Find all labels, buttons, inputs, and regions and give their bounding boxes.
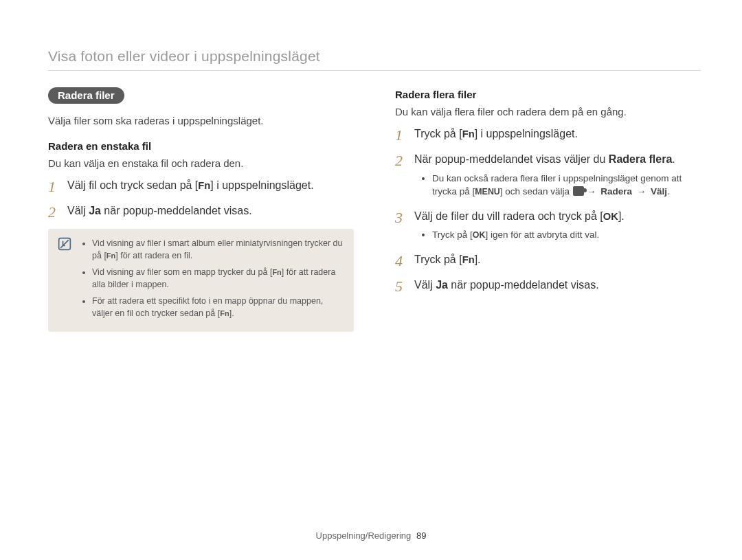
sub-bullet-list: Tryck på [OK] igen för att avbryta ditt … <box>418 228 701 242</box>
left-column: Radera filer Välja filer som ska raderas… <box>48 87 354 332</box>
fn-key: Fn <box>220 309 229 317</box>
right-column: Radera flera filer Du kan välja flera fi… <box>395 87 701 332</box>
step-item: Tryck på [Fn]. <box>395 251 701 267</box>
note-text: ] för att radera en fil. <box>115 251 192 260</box>
arrow-icon: → <box>635 186 649 197</box>
note-text: För att radera ett specifikt foto i en m… <box>92 296 323 318</box>
step-text: Tryck på [ <box>414 254 462 265</box>
sub-bold: Radera <box>598 186 634 197</box>
step-text: när popup-meddelandet visas. <box>448 279 599 291</box>
step-text: Tryck på [ <box>414 128 462 139</box>
note-list: Vid visning av filer i smart album eller… <box>80 237 344 324</box>
step-text: ]. <box>475 254 481 265</box>
fn-key: Fn <box>462 254 475 265</box>
fn-key: Fn <box>462 128 475 139</box>
page-title: Visa foton eller videor i uppspelningslä… <box>48 48 701 65</box>
arrow-icon: → <box>585 186 598 197</box>
svg-line-1 <box>60 240 69 248</box>
step-text: ]. <box>618 210 625 222</box>
page-footer: Uppspelning/Redigering 89 <box>0 530 742 541</box>
info-box-icon <box>58 237 71 251</box>
ok-key: OK <box>603 211 618 222</box>
step-bold: Ja <box>436 279 448 291</box>
note-item: Vid visning av filer som en mapp trycker… <box>92 266 344 291</box>
step-text: När popup-meddelandet visas väljer du <box>414 153 609 165</box>
note-item: För att radera ett specifikt foto i en m… <box>92 295 344 320</box>
header-rule <box>48 70 701 71</box>
sub-heading: Radera en enstaka fil <box>48 140 354 152</box>
ok-key: OK <box>473 230 486 240</box>
sub-intro: Du kan välja en enstaka fil och radera d… <box>48 156 354 170</box>
step-bold: Radera flera <box>609 153 673 165</box>
sub-text: ] igen för att avbryta ditt val. <box>485 229 599 240</box>
step-item: När popup-meddelandet visas väljer du Ra… <box>395 151 701 198</box>
note-item: Vid visning av filer i smart album eller… <box>92 237 344 262</box>
intro-text: Välja filer som ska raderas i uppspelnin… <box>48 113 354 128</box>
step-text: Välj de filer du vill radera och tryck p… <box>414 210 603 222</box>
note-box: Vid visning av filer i smart album eller… <box>48 229 354 333</box>
note-icon <box>58 237 71 324</box>
fn-key: Fn <box>272 268 281 276</box>
note-text: Vid visning av filer som en mapp trycker… <box>92 267 272 277</box>
step-text: ] i uppspelningsläget. <box>210 179 313 191</box>
sub-text: ] och sedan välja <box>500 186 572 197</box>
sub-bullet: Du kan också radera flera filer i uppspe… <box>432 172 701 199</box>
fn-key: Fn <box>106 251 115 260</box>
sub-heading: Radera flera filer <box>395 89 701 100</box>
settings-icon <box>573 186 584 196</box>
sub-text: . <box>667 186 670 197</box>
step-text: när popup-meddelandet visas. <box>101 205 252 216</box>
menu-key: MENU <box>475 187 500 197</box>
step-bold: Ja <box>89 205 101 216</box>
steps-list-left: Välj fil och tryck sedan på [Fn] i uppsp… <box>48 177 354 219</box>
step-item: Välj Ja när popup-meddelandet visas. <box>395 277 701 293</box>
steps-list-right: Tryck på [Fn] i uppspelningsläget. När p… <box>395 126 701 293</box>
step-text: Välj fil och tryck sedan på [ <box>67 179 198 191</box>
footer-section: Uppspelning/Redigering <box>316 530 412 541</box>
page-number: 89 <box>416 530 426 541</box>
two-column-layout: Radera filer Välja filer som ska raderas… <box>48 87 701 332</box>
fn-key: Fn <box>198 180 210 191</box>
manual-page: Visa foton eller videor i uppspelningslä… <box>0 0 742 560</box>
sub-bullet-list: Du kan också radera flera filer i uppspe… <box>418 172 701 199</box>
note-text: ]. <box>229 309 234 318</box>
sub-bullet: Tryck på [OK] igen för att avbryta ditt … <box>432 228 701 242</box>
step-item: Välj fil och tryck sedan på [Fn] i uppsp… <box>48 177 354 193</box>
step-item: Välj de filer du vill radera och tryck p… <box>395 208 701 242</box>
step-text: . <box>672 153 675 165</box>
step-text: Välj <box>414 279 436 291</box>
step-text: Välj <box>67 205 89 216</box>
step-item: Välj Ja när popup-meddelandet visas. <box>48 203 354 219</box>
step-item: Tryck på [Fn] i uppspelningsläget. <box>395 126 701 142</box>
sub-intro: Du kan välja flera filer och radera dem … <box>395 104 701 119</box>
sub-text: Tryck på [ <box>432 229 473 240</box>
step-text: ] i uppspelningsläget. <box>475 128 578 139</box>
section-badge: Radera filer <box>48 87 124 104</box>
sub-bold: Välj <box>648 186 667 197</box>
